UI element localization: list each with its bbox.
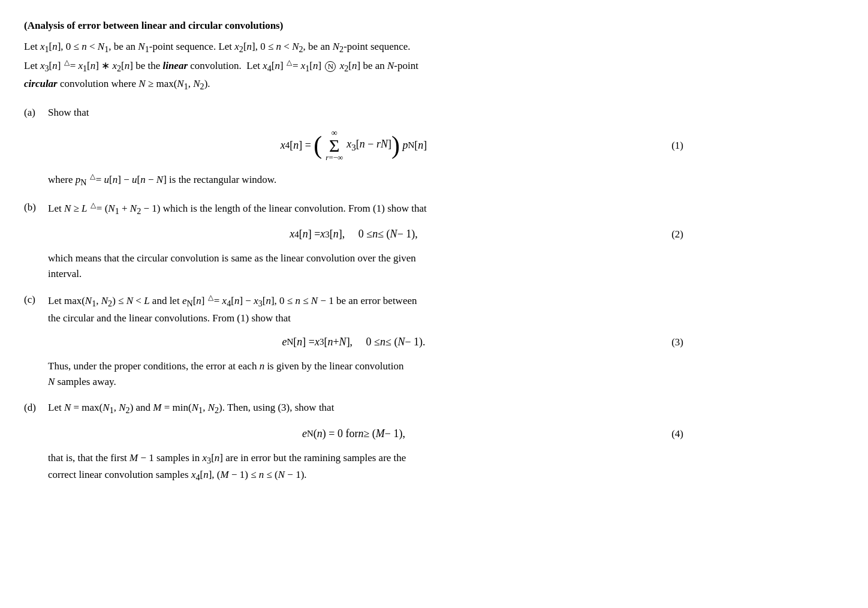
right-paren: ) — [391, 133, 400, 158]
intro-paragraph: Let x1[n], 0 ≤ n < N1, be an N1-point se… — [24, 38, 683, 94]
equation-4-block: eN(n) = 0 for n ≥ (M − 1), (4) — [24, 426, 683, 442]
part-d-text1: Let N = max(N1, N2) and M = min(N1, N2).… — [48, 400, 683, 417]
equation-1-block: x4[n] = ( ∞ Σ r=−∞ x3[n − rN] ) pN[n] (1… — [24, 128, 683, 162]
eq4-number: (4) — [671, 426, 683, 442]
sum-symbol: Σ — [329, 137, 339, 153]
eq3-number: (3) — [671, 335, 683, 350]
part-b-text2: which means that the circular convolutio… — [48, 251, 683, 281]
part-d: (d) Let N = max(N1, N2) and M = min(N1, … — [24, 400, 683, 484]
part-c-letter: (c) — [24, 292, 48, 308]
part-a: (a) Show that x4[n] = ( ∞ Σ r=−∞ x3[n − … — [24, 105, 683, 189]
part-b-text1: Let N ≥ L △= (N1 + N2 − 1) which is the … — [48, 200, 683, 218]
part-a-where: where pN △= u[n] − u[n − N] is the recta… — [48, 171, 683, 189]
intro-line1: Let x1[n], 0 ≤ n < N1, be an N1-point se… — [24, 41, 411, 52]
main-content: (Analysis of error between linear and ci… — [24, 18, 683, 484]
part-a-show-that: Show that — [48, 105, 683, 121]
part-a-label: (a) Show that — [24, 105, 683, 121]
eq1-number: (1) — [671, 138, 683, 153]
sum-body: x3[n − rN] — [346, 136, 391, 154]
equation-3: eN[n] = x3[n + N], 0 ≤ n ≤ (N − 1). — [282, 334, 425, 350]
part-c-label: (c) Let max(N1, N2) ≤ N < L and let eN[n… — [24, 292, 683, 326]
part-d-label: (d) Let N = max(N1, N2) and M = min(N1, … — [24, 400, 683, 417]
equation-3-block: eN[n] = x3[n + N], 0 ≤ n ≤ (N − 1). (3) — [24, 334, 683, 350]
sum-bottom: r=−∞ — [326, 153, 343, 162]
equation-1: x4[n] = ( ∞ Σ r=−∞ x3[n − rN] ) pN[n] — [281, 128, 427, 162]
equation-2-block: x4[n] = x3[n], 0 ≤ n ≤ (N − 1), (2) — [24, 226, 683, 242]
part-b: (b) Let N ≥ L △= (N1 + N2 − 1) which is … — [24, 200, 683, 281]
part-b-label: (b) Let N ≥ L △= (N1 + N2 − 1) which is … — [24, 200, 683, 218]
part-c-text1: Let max(N1, N2) ≤ N < L and let eN[n] △=… — [48, 292, 683, 326]
part-d-letter: (d) — [24, 400, 48, 416]
left-paren: ( — [314, 133, 322, 158]
eq2-number: (2) — [671, 227, 683, 242]
part-c: (c) Let max(N1, N2) ≤ N < L and let eN[n… — [24, 292, 683, 389]
part-c-text2: Thus, under the proper conditions, the e… — [48, 359, 683, 389]
part-a-letter: (a) — [24, 105, 48, 121]
intro-line2: Let x3[n] △= x1[n] ∗ x2[n] be the linear… — [24, 60, 418, 71]
title-text: (Analysis of error between linear and ci… — [24, 20, 283, 31]
equation-4: eN(n) = 0 for n ≥ (M − 1), — [302, 426, 405, 442]
part-b-letter: (b) — [24, 200, 48, 215]
equation-2: x4[n] = x3[n], 0 ≤ n ≤ (N − 1), — [290, 226, 418, 242]
part-d-text2: that is, that the first M − 1 samples in… — [48, 450, 683, 484]
page-title: (Analysis of error between linear and ci… — [24, 18, 683, 34]
intro-line3: circular convolution where N ≥ max(N1, N… — [24, 78, 210, 89]
